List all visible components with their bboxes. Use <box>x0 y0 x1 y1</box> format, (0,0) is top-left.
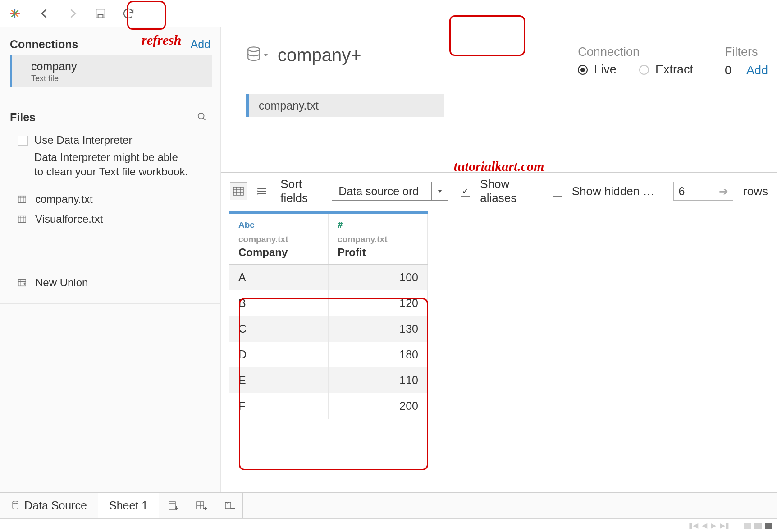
connection-label: Connection <box>578 45 693 59</box>
data-interpreter-label: Use Data Interpreter <box>34 134 132 147</box>
status-bar: ▮◀ ◀ ▶ ▶▮ <box>0 518 777 532</box>
show-filmstrip-icon[interactable] <box>754 523 762 529</box>
svg-text:+: + <box>24 282 26 286</box>
chevron-down-icon <box>431 182 448 200</box>
svg-point-32 <box>258 194 258 194</box>
new-story-button[interactable] <box>215 493 243 518</box>
show-sheets-icon[interactable] <box>765 523 772 529</box>
separator <box>29 4 29 23</box>
sidebar: Connections Add company Text file Files … <box>0 27 221 532</box>
new-dashboard-button[interactable] <box>187 493 215 518</box>
workspace: company+ Connection Live Extract <box>221 27 777 532</box>
grid-view-button[interactable] <box>230 182 247 200</box>
filters-label: Filters <box>725 45 768 59</box>
live-radio[interactable]: Live <box>578 63 617 77</box>
new-union-label: New Union <box>35 276 88 289</box>
svg-rect-8 <box>18 196 26 202</box>
files-heading: Files <box>10 111 36 124</box>
nav-next-icon[interactable]: ▶ <box>711 521 716 530</box>
svg-line-7 <box>203 118 206 120</box>
show-aliases-label: Show aliases <box>480 177 539 205</box>
nav-last-icon[interactable]: ▶▮ <box>720 521 729 530</box>
bottom-tabs: Data Source Sheet 1 <box>0 492 777 518</box>
tab-sheet-1[interactable]: Sheet 1 <box>98 493 159 518</box>
svg-rect-48 <box>765 523 772 529</box>
extract-radio[interactable]: Extract <box>639 63 693 77</box>
grid-toolbar: Sort fields Data source ord Show aliases… <box>221 172 777 211</box>
table-row[interactable]: B120 <box>229 290 428 316</box>
svg-rect-12 <box>18 216 26 222</box>
svg-rect-46 <box>744 523 751 529</box>
connection-mode-group: Connection Live Extract <box>578 45 693 77</box>
nav-prev-icon[interactable]: ◀ <box>702 521 707 530</box>
column-header[interactable]: #company.txtProfit <box>329 212 428 265</box>
data-grid: Abccompany.txtCompany#company.txtProfit … <box>221 211 777 419</box>
svg-point-31 <box>258 191 258 192</box>
sort-fields-label: Sort fields <box>280 177 325 205</box>
add-connection-link[interactable]: Add <box>191 38 210 51</box>
svg-marker-33 <box>438 190 442 193</box>
radio-selected-icon <box>578 65 588 75</box>
metadata-view-button[interactable] <box>253 182 270 200</box>
svg-rect-5 <box>98 14 103 18</box>
data-interpreter-hint: Data Interpreter might be able to clean … <box>0 147 220 179</box>
connection-item[interactable]: company Text file <box>10 55 212 87</box>
column-header[interactable]: Abccompany.txtCompany <box>229 212 329 265</box>
database-icon[interactable] <box>246 46 269 64</box>
show-tabs-icon[interactable] <box>744 523 751 529</box>
tableau-logo-icon <box>8 7 22 20</box>
table-row[interactable]: A100 <box>229 265 428 291</box>
search-icon[interactable] <box>197 112 207 124</box>
show-aliases-checkbox[interactable] <box>461 186 470 197</box>
data-interpreter-checkbox[interactable] <box>18 136 28 146</box>
new-worksheet-button[interactable] <box>159 493 187 518</box>
join-canvas[interactable]: company.txt tutorialkart.com <box>221 78 777 172</box>
rows-label: rows <box>743 184 768 198</box>
tab-data-source[interactable]: Data Source <box>0 493 98 518</box>
filters-count: 0 <box>725 64 731 78</box>
connection-type: Text file <box>31 74 205 83</box>
arrow-right-icon: ➔ <box>719 185 728 198</box>
table-row[interactable]: D180 <box>229 342 428 367</box>
datasource-title[interactable]: company+ <box>278 45 361 65</box>
svg-rect-47 <box>754 523 762 529</box>
filters-group: Filters 0 Add <box>725 45 768 78</box>
svg-rect-22 <box>233 187 243 195</box>
show-hidden-label: Show hidden fiel... <box>572 184 655 198</box>
save-button[interactable] <box>88 3 113 24</box>
table-row[interactable]: E110 <box>229 367 428 393</box>
svg-rect-4 <box>96 9 105 18</box>
show-hidden-checkbox[interactable] <box>553 186 562 197</box>
file-item[interactable]: company.txt <box>16 189 211 209</box>
svg-rect-35 <box>169 502 175 510</box>
forward-button[interactable] <box>60 3 85 24</box>
new-union-button[interactable]: + New Union <box>0 273 220 297</box>
svg-point-34 <box>13 501 18 503</box>
file-item[interactable]: Visualforce.txt <box>16 209 211 229</box>
svg-point-30 <box>258 188 258 189</box>
rows-input[interactable]: 6 ➔ <box>673 182 733 201</box>
add-filter-link[interactable]: Add <box>746 64 768 78</box>
table-row[interactable]: C130 <box>229 316 428 342</box>
sort-fields-dropdown[interactable]: Data source ord <box>332 182 448 201</box>
connection-name: company <box>31 60 205 73</box>
svg-marker-21 <box>264 54 268 56</box>
connections-heading: Connections <box>10 38 78 51</box>
top-toolbar <box>0 0 777 27</box>
svg-point-20 <box>248 47 260 51</box>
svg-point-6 <box>198 113 204 119</box>
watermark: tutorialkart.com <box>454 159 544 174</box>
table-pill[interactable]: company.txt <box>246 94 444 117</box>
refresh-button[interactable] <box>116 3 141 24</box>
back-button[interactable] <box>32 3 57 24</box>
nav-first-icon[interactable]: ▮◀ <box>689 521 698 530</box>
radio-unselected-icon <box>639 65 649 75</box>
table-row[interactable]: F200 <box>229 393 428 419</box>
